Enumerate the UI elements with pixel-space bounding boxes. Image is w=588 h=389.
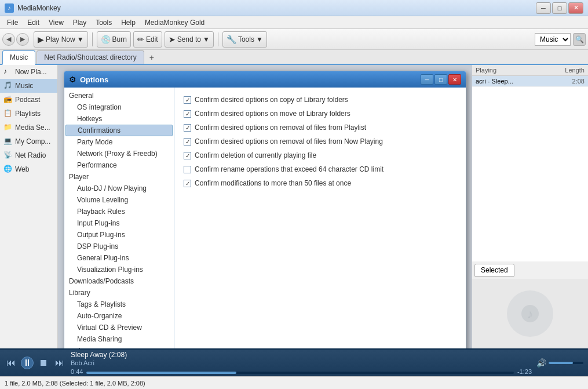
tree-item-appearance[interactable]: Appearance — [64, 345, 174, 348]
tree-category-player[interactable]: Player — [64, 171, 174, 183]
option-checkbox-7[interactable] — [184, 180, 191, 187]
burn-button[interactable]: 💿 Burn — [97, 31, 131, 48]
close-button[interactable]: ✕ — [568, 2, 583, 14]
pause-button[interactable]: ⏸ — [21, 357, 34, 369]
tree-item-dsp-plugins[interactable]: DSP Plug-ins — [64, 241, 174, 252]
sidebar-item-now-playing[interactable]: ♪ Now Pla... — [0, 65, 57, 79]
sidebar-item-my-computer[interactable]: 💻 My Comp... — [0, 134, 57, 148]
selected-tab-area: Selected — [472, 261, 588, 279]
send-to-label: Send to — [177, 35, 201, 43]
track-item[interactable]: acri - Sleep... 2:08 — [472, 76, 588, 87]
tree-category-general[interactable]: General — [64, 90, 174, 101]
player-time-current: 0:44 — [71, 368, 83, 375]
tab-music[interactable]: Music — [2, 50, 35, 65]
minimize-button[interactable]: ─ — [536, 2, 551, 14]
tree-item-visualization-plugins[interactable]: Visualization Plug-ins — [64, 264, 174, 275]
svg-text:♪: ♪ — [527, 307, 534, 321]
search-button[interactable]: 🔍 — [573, 33, 586, 46]
tree-item-auto-organize[interactable]: Auto-Organize — [64, 310, 174, 322]
menu-play[interactable]: Play — [68, 17, 91, 28]
tree-item-party-mode[interactable]: Party Mode — [64, 136, 174, 148]
tree-item-auto-dj[interactable]: Auto-DJ / Now Playing — [64, 183, 174, 194]
sidebar-label-music: Music — [15, 82, 33, 90]
option-checkbox-1[interactable] — [184, 96, 191, 104]
option-checkbox-6[interactable] — [184, 166, 191, 173]
player-progress-fill — [86, 372, 236, 374]
tree-item-tags-playlists[interactable]: Tags & Playlists — [64, 299, 174, 310]
tools-label: Tools — [238, 35, 254, 43]
playlists-icon: 📋 — [3, 109, 13, 118]
app-title: MediaMonkey — [17, 4, 61, 12]
option-label-5: Confirm deletion of currently playing fi… — [195, 151, 316, 159]
prev-button[interactable]: ⏮ — [5, 357, 17, 369]
search-area: Music All 🔍 — [535, 33, 586, 46]
sidebar-item-podcast[interactable]: 📻 Podcast — [0, 93, 57, 107]
title-bar: ♪ MediaMonkey ─ □ ✕ — [0, 0, 588, 16]
dialog-maximize-button[interactable]: □ — [434, 74, 447, 85]
menu-gold[interactable]: MediaMonkey Gold — [140, 17, 209, 28]
tree-item-network[interactable]: Network (Proxy & Freedb) — [64, 148, 174, 159]
tree-item-performance[interactable]: Performance — [64, 159, 174, 171]
sidebar-item-playlists[interactable]: 📋 Playlists — [0, 107, 57, 121]
option-row-2: Confirm desired options on move of Libra… — [184, 110, 456, 118]
search-scope-select[interactable]: Music All — [535, 33, 571, 46]
content-area: ♪ Now Pla... 🎵 Music 📻 Podcast 📋 Playlis… — [0, 65, 588, 348]
tree-item-input-plugins[interactable]: Input Plug-ins — [64, 217, 174, 229]
web-icon: 🌐 — [3, 165, 13, 174]
nav-forward-button[interactable]: ▶ — [16, 33, 29, 46]
option-label-3: Confirm desired options on removal of fi… — [195, 123, 366, 132]
option-checkbox-4[interactable] — [184, 138, 191, 146]
tree-item-general-plugins[interactable]: General Plug-ins — [64, 252, 174, 264]
tab-netradio[interactable]: Net Radio/Shoutcast directory — [36, 50, 144, 64]
play-now-label: Play Now — [46, 35, 75, 43]
toolbar-nav: ◀ ▶ — [2, 33, 29, 46]
tree-item-playback-rules[interactable]: Playback Rules — [64, 206, 174, 217]
tree-category-library[interactable]: Library — [64, 287, 174, 299]
menu-help[interactable]: Help — [116, 17, 140, 28]
send-icon: ➤ — [169, 35, 176, 44]
stop-button[interactable]: ⏹ — [37, 357, 50, 369]
tree-item-confirmations[interactable]: Confirmations — [65, 125, 173, 136]
nav-back-button[interactable]: ◀ — [2, 33, 15, 46]
menu-view[interactable]: View — [44, 17, 68, 28]
send-to-button[interactable]: ➤ Send to ▼ — [165, 31, 214, 48]
tree-item-hotkeys[interactable]: Hotkeys — [64, 113, 174, 125]
tab-bar: Music Net Radio/Shoutcast directory + — [0, 50, 588, 65]
sidebar-item-media-server[interactable]: 📁 Media Se... — [0, 121, 57, 134]
main-window: ♪ MediaMonkey ─ □ ✕ File Edit View Play … — [0, 0, 588, 389]
option-checkbox-3[interactable] — [184, 124, 191, 132]
player-progress-bar[interactable] — [86, 372, 514, 374]
next-button[interactable]: ⏭ — [53, 357, 66, 369]
status-bar: 1 file, 2.0 MB, 2:08 (Selected: 1 file, … — [0, 376, 588, 389]
tree-item-volume-leveling[interactable]: Volume Leveling — [64, 194, 174, 206]
tab-add-button[interactable]: + — [145, 51, 158, 64]
sidebar-item-music[interactable]: 🎵 Music — [0, 79, 57, 93]
menu-edit[interactable]: Edit — [23, 17, 44, 28]
toolbar: ◀ ▶ ▶ Play Now ▼ 💿 Burn ✏ Edit ➤ Send to… — [0, 29, 588, 50]
maximize-button[interactable]: □ — [552, 2, 567, 14]
option-checkbox-5[interactable] — [184, 152, 191, 159]
tree-item-output-plugins[interactable]: Output Plug-ins — [64, 229, 174, 241]
dialog-title-left: ⚙ Options — [69, 75, 108, 84]
edit-button[interactable]: ✏ Edit — [133, 31, 162, 48]
sidebar-label-web: Web — [15, 165, 29, 173]
play-now-button[interactable]: ▶ Play Now ▼ — [34, 31, 88, 48]
tree-category-downloads[interactable]: Downloads/Podcasts — [64, 275, 174, 287]
tree-item-os-integration[interactable]: OS integration — [64, 101, 174, 113]
sidebar-item-web[interactable]: 🌐 Web — [0, 162, 57, 176]
dialog-title-controls: ─ □ ✕ — [421, 74, 461, 85]
dialog-minimize-button[interactable]: ─ — [421, 74, 433, 85]
volume-bar[interactable] — [549, 362, 583, 364]
menu-file[interactable]: File — [2, 17, 23, 28]
selected-tab[interactable]: Selected — [474, 264, 514, 277]
option-row-7: Confirm modifications to more than 50 fi… — [184, 179, 456, 187]
album-art-placeholder: ♪ — [501, 285, 559, 343]
player-time-remaining: -1:23 — [517, 368, 532, 375]
tree-item-virtual-cd[interactable]: Virtual CD & Preview — [64, 322, 174, 333]
tools-button[interactable]: 🔧 Tools ▼ — [222, 31, 267, 48]
menu-tools[interactable]: Tools — [91, 17, 116, 28]
sidebar-item-net-radio[interactable]: 📡 Net Radio — [0, 148, 57, 162]
option-checkbox-2[interactable] — [184, 110, 191, 118]
dialog-close-button[interactable]: ✕ — [448, 74, 461, 85]
tree-item-media-sharing[interactable]: Media Sharing — [64, 333, 174, 345]
